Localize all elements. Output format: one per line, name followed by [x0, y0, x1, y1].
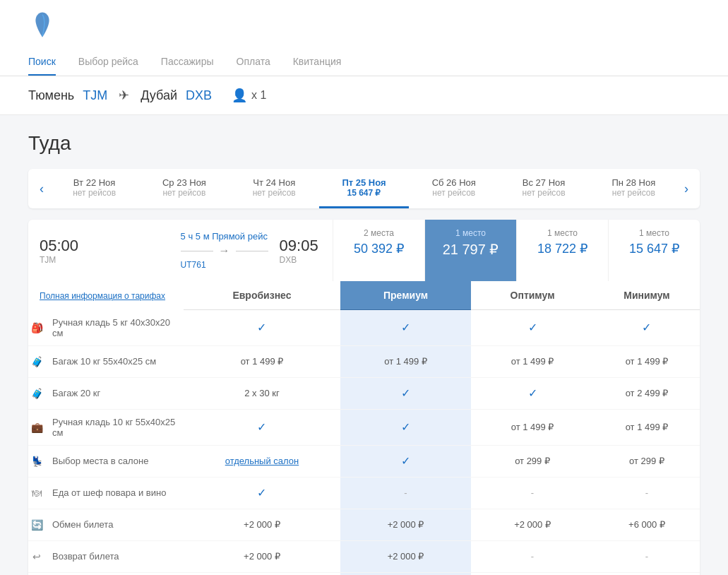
date-item-3[interactable]: Пт 25 Ноя15 647 ₽: [319, 169, 409, 208]
price-col-3[interactable]: 1 место15 647 ₽: [608, 220, 700, 281]
feature-value-3: от 1 499 ₽: [594, 409, 700, 445]
passenger-info: 👤 x 1: [232, 88, 266, 103]
feature-value-3: от 299 ₽: [594, 445, 700, 477]
tariff-feature-row: 🏋Спортинвентарь 20 кг✓✓от 1 499 ₽от 1 49…: [28, 572, 700, 575]
not-available-dash: -: [645, 551, 648, 562]
feature-label-cell: 🔄Обмен билета: [28, 509, 184, 540]
not-available-dash: -: [645, 487, 648, 498]
date-label: Вт 22 Ноя: [55, 177, 133, 188]
price-amount[interactable]: 15 647 ₽: [614, 241, 694, 256]
tariff-name-optim: Оптимум: [471, 281, 594, 310]
date-sub: нет рейсов: [595, 188, 673, 198]
not-available-dash: -: [531, 487, 534, 498]
feature-label-text: Багаж 20 кг: [52, 388, 100, 398]
feature-value-1: -: [340, 477, 471, 509]
feature-value-0: +2 000 ₽: [184, 509, 340, 540]
date-label: Сб 26 Ноя: [414, 177, 493, 188]
nav-tab-payment[interactable]: Оплата: [237, 50, 270, 76]
price-amount[interactable]: 18 722 ₽: [523, 241, 602, 256]
date-next-button[interactable]: ›: [679, 173, 694, 205]
price-seats: 2 места: [339, 228, 419, 238]
date-sub: 15 647 ₽: [325, 188, 403, 198]
price-amount[interactable]: 21 797 ₽: [431, 241, 511, 258]
price-seats: 1 место: [614, 228, 694, 238]
feature-value-1: ✓: [340, 310, 471, 346]
checkmark-icon: ✓: [528, 321, 537, 333]
date-item-0[interactable]: Вт 22 Ноянет рейсов: [49, 169, 139, 208]
person-icon: 👤: [232, 88, 247, 103]
feature-price-value: от 1 499 ₽: [511, 422, 554, 432]
separate-cabin-link[interactable]: отдельный салон: [225, 456, 299, 466]
feature-value-0: отдельный салон: [184, 445, 340, 477]
date-label: Ср 23 Ноя: [145, 177, 223, 188]
route-arrow-icon: ✈: [119, 88, 129, 103]
feature-label-cell: 🍽Еда от шеф повара и вино: [28, 477, 184, 509]
date-prev-button[interactable]: ‹: [34, 173, 49, 205]
checkmark-icon: ✓: [257, 421, 266, 433]
date-item-6[interactable]: Пн 28 Ноянет рейсов: [589, 169, 679, 208]
flight-duration-text: 5 ч 5 м Прямой рейс: [181, 231, 268, 242]
nav-tab-passengers[interactable]: Пассажиры: [161, 50, 214, 76]
date-label: Вс 27 Ноя: [504, 177, 583, 188]
feature-price-value: от 299 ₽: [515, 456, 550, 466]
feature-price-value: от 1 499 ₽: [384, 356, 427, 367]
flight-card: 05:00 TJM 5 ч 5 м Прямой рейс → UT761 09…: [28, 220, 700, 575]
tariff-table: Полная информация о тарифах Евробизнес П…: [28, 281, 700, 575]
price-amount[interactable]: 50 392 ₽: [339, 241, 419, 256]
date-item-1[interactable]: Ср 23 Ноянет рейсов: [139, 169, 229, 208]
feature-label-text: Выбор места в салоне: [52, 456, 148, 466]
route-bar: Тюмень TJM ✈ Дубай DXB 👤 x 1: [0, 76, 728, 115]
price-col-0[interactable]: 2 места50 392 ₽: [333, 220, 424, 281]
feature-value-3: -: [594, 477, 700, 509]
tariff-feature-row: ↩Возврат билета+2 000 ₽+2 000 ₽--: [28, 540, 700, 572]
seat-icon: 💺: [28, 453, 45, 470]
full-info-link[interactable]: Полная информация о тарифах: [40, 291, 165, 301]
feature-label-text: Обмен билета: [52, 519, 113, 530]
price-seats: 1 место: [431, 228, 511, 238]
feature-price-value: 2 х 30 кг: [244, 388, 279, 398]
feature-price-value: +2 000 ₽: [244, 551, 280, 562]
nav-tab-select-flight[interactable]: Выбор рейса: [78, 50, 138, 76]
feature-value-0: ✓: [184, 477, 340, 509]
price-col-2[interactable]: 1 место18 722 ₽: [516, 220, 608, 281]
to-code: DXB: [186, 88, 212, 103]
date-sub: нет рейсов: [55, 188, 133, 198]
feature-value-0: ✓: [184, 409, 340, 445]
date-item-4[interactable]: Сб 26 Ноянет рейсов: [409, 169, 499, 208]
nav-tab-search[interactable]: Поиск: [28, 50, 56, 76]
date-items: Вт 22 Ноянет рейсовСр 23 Ноянет рейсовЧт…: [49, 169, 679, 208]
date-item-5[interactable]: Вс 27 Ноянет рейсов: [499, 169, 588, 208]
date-item-2[interactable]: Чт 24 Ноянет рейсов: [229, 169, 319, 208]
food-icon: 🍽: [28, 485, 45, 502]
exchange-icon: 🔄: [28, 516, 45, 533]
feature-price-value: +2 000 ₽: [514, 519, 551, 530]
price-seats: 1 место: [523, 228, 602, 238]
not-available-dash: -: [531, 551, 534, 562]
feature-value-1: ✓: [340, 377, 471, 409]
feature-value-2: -: [471, 477, 594, 509]
date-label: Пт 25 Ноя: [325, 177, 403, 188]
feature-value-2: ✓: [471, 310, 594, 346]
feature-label-cell: 🎒Ручная кладь 5 кг 40х30х20 см: [28, 310, 184, 346]
flight-number[interactable]: UT761: [181, 260, 268, 270]
arrival-time: 09:05: [280, 237, 316, 255]
date-sub: нет рейсов: [145, 188, 223, 198]
feature-price-value: от 1 499 ₽: [511, 356, 554, 367]
feature-value-3: от 1 499 ₽: [594, 345, 700, 377]
feature-value-2: от 1 499 ₽: [471, 572, 594, 575]
checkmark-icon: ✓: [528, 387, 537, 399]
feature-value-3: от 2 499 ₽: [594, 377, 700, 409]
refund-icon: ↩: [28, 548, 45, 565]
date-sub: нет рейсов: [235, 188, 314, 198]
feature-value-0: от 1 499 ₽: [184, 345, 340, 377]
feature-value-0: ✓: [184, 572, 340, 575]
feature-value-1: ✓: [340, 572, 471, 575]
departure-airport: TJM: [40, 255, 164, 265]
feature-value-0: +2 000 ₽: [184, 540, 340, 572]
passenger-count: x 1: [251, 89, 266, 102]
checkmark-icon: ✓: [257, 487, 266, 499]
price-col-1[interactable]: 1 место21 797 ₽: [424, 220, 516, 281]
feature-label-cell: 🏋Спортинвентарь 20 кг: [28, 572, 184, 575]
nav-tab-receipt[interactable]: Квитанция: [293, 50, 342, 76]
departure-time: 05:00: [40, 237, 164, 255]
